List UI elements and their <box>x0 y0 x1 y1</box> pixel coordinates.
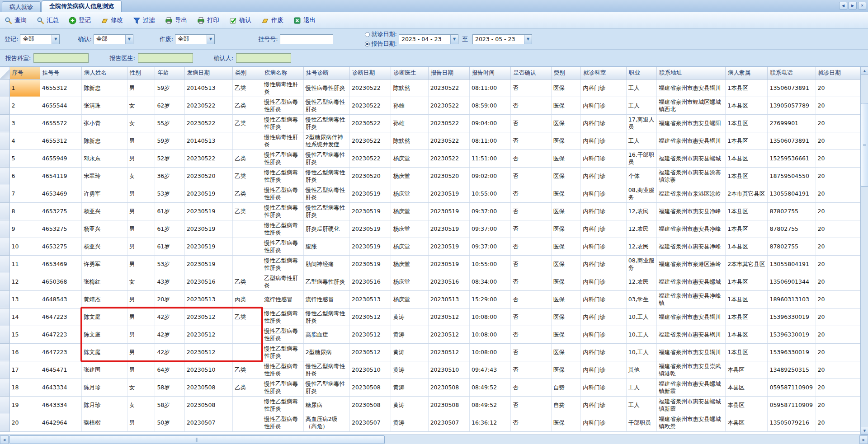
grid-cell[interactable]: 腹胀 <box>303 238 349 255</box>
grid-cell[interactable]: 18960313103 <box>768 290 816 308</box>
export-button[interactable]: 导出 <box>165 16 187 24</box>
grid-cell[interactable]: 8 <box>9 202 40 220</box>
grid-cell[interactable]: 干部职员 <box>626 414 656 431</box>
grid-cell[interactable] <box>232 255 262 273</box>
grid-cell[interactable]: 慢性乙型病毒性肝炎 <box>262 326 303 343</box>
grid-cell[interactable]: 否 <box>511 414 552 431</box>
grid-cell[interactable]: 4643334 <box>40 396 81 414</box>
grid-cell[interactable]: 13905057789 <box>768 97 816 114</box>
grid-cell[interactable]: 内科门诊 <box>581 238 627 255</box>
grid-cell[interactable]: 福建省泉州市惠安县辋川 <box>657 132 726 150</box>
grid-cell[interactable]: 20230522 <box>350 79 391 97</box>
grid-cell[interactable]: 福建省泉州市惠安县辋川 <box>657 326 726 343</box>
grid-cell[interactable]: 4647223 <box>40 326 81 343</box>
grid-cell[interactable]: 否 <box>511 379 552 396</box>
close-icon[interactable]: ✕ <box>858 2 866 9</box>
grid-cell[interactable]: 张建国 <box>82 361 127 379</box>
grid-cell[interactable]: 张小青 <box>82 114 127 132</box>
row-selector[interactable] <box>0 379 9 396</box>
grid-cell[interactable]: 医保 <box>551 414 580 431</box>
grid-cell[interactable]: 医保 <box>551 150 580 167</box>
grid-cell[interactable]: 20230513 <box>428 290 469 308</box>
grid-cell[interactable]: 16,干部职员 <box>626 150 656 167</box>
grid-cell[interactable]: 内科门诊 <box>581 308 627 326</box>
grid-cell[interactable]: 20230522 <box>428 132 469 150</box>
grid-cell[interactable]: 乙型病毒性肝炎 <box>262 273 303 290</box>
grid-cell[interactable]: 4654119 <box>40 167 81 185</box>
grid-cell[interactable]: 本县区 <box>726 361 768 379</box>
grid-cell[interactable]: 女 <box>127 396 155 414</box>
chevron-down-icon[interactable]: ▼ <box>125 35 133 44</box>
grid-cell[interactable]: 杨亚兴 <box>82 220 127 238</box>
grid-cell[interactable]: 4647223 <box>40 343 81 361</box>
grid-cell[interactable]: 慢性乙型病毒性肝炎 <box>303 97 349 114</box>
grid-cell[interactable]: 4 <box>9 132 40 150</box>
grid-cell[interactable]: 自费 <box>551 379 580 396</box>
grid-cell[interactable]: 医保 <box>551 290 580 308</box>
grid-cell[interactable]: 059587110909 <box>768 379 816 396</box>
confirm-button[interactable]: 确认 <box>229 16 251 24</box>
grid-cell[interactable]: 慢性乙型病毒性肝炎 <box>262 114 303 132</box>
print-button[interactable]: 打印 <box>197 16 219 24</box>
grid-cell[interactable]: 17 <box>9 361 40 379</box>
grid-cell[interactable]: 20230516 <box>350 273 391 290</box>
column-header[interactable]: 联系电话 <box>768 67 816 79</box>
grid-cell[interactable]: 乙类 <box>232 185 262 202</box>
grid-cell[interactable]: 杨亚兴 <box>82 202 127 220</box>
grid-cell[interactable]: 男 <box>127 255 155 273</box>
grid-cell[interactable]: 工人 <box>626 79 656 97</box>
grid-cell[interactable]: 09:47:43 <box>469 361 510 379</box>
grid-cell[interactable]: 否 <box>511 396 552 414</box>
grid-cell[interactable]: 4653275 <box>40 202 81 220</box>
grid-cell[interactable]: 4655572 <box>40 114 81 132</box>
grid-cell[interactable] <box>232 326 262 343</box>
grid-cell[interactable]: 20230516 <box>428 273 469 290</box>
grid-cell[interactable]: 陈新忠 <box>82 79 127 97</box>
scroll-up-icon[interactable]: ▲ <box>861 67 868 75</box>
grid-cell[interactable]: 4655312 <box>40 79 81 97</box>
grid-cell[interactable]: 20230522 <box>428 79 469 97</box>
row-selector[interactable] <box>0 220 9 238</box>
grid-cell[interactable]: 否 <box>511 167 552 185</box>
column-header[interactable]: 序号 <box>9 67 40 79</box>
grid-cell[interactable]: 杨庆堂 <box>391 273 428 290</box>
row-selector[interactable] <box>0 132 9 150</box>
grid-cell[interactable]: 孙雄 <box>391 97 428 114</box>
grid-cell[interactable]: 慢性乙型病毒性肝炎 <box>303 361 349 379</box>
exit-button[interactable]: 退出 <box>293 16 316 24</box>
grid-cell[interactable]: 53岁 <box>155 255 184 273</box>
grid-cell[interactable]: 慢性乙型病毒性肝炎 <box>303 114 349 132</box>
grid-cell[interactable]: 20230522 <box>350 150 391 167</box>
radio-icon[interactable] <box>365 42 370 47</box>
column-header[interactable]: 是否确认 <box>511 67 552 79</box>
grid-cell[interactable] <box>232 396 262 414</box>
filter-button[interactable]: 过滤 <box>133 16 155 24</box>
grid-cell[interactable]: 男 <box>127 290 155 308</box>
grid-cell[interactable]: 10:08:00 <box>469 326 510 343</box>
grid-cell[interactable]: 08:11:00 <box>469 79 510 97</box>
grid-cell[interactable]: 福建省泉州市惠安县净峰 <box>657 202 726 220</box>
grid-cell[interactable]: 黄涛 <box>391 414 428 431</box>
grid-cell[interactable]: 20230512 <box>184 308 232 326</box>
grid-cell[interactable]: 福建省泉州市惠安县螺城 <box>657 273 726 290</box>
grid-cell[interactable]: 肝炎后肝硬化 <box>303 220 349 238</box>
row-selector[interactable] <box>0 79 9 97</box>
grid-cell[interactable]: 杨庆堂 <box>391 290 428 308</box>
grid-cell[interactable]: 男 <box>127 150 155 167</box>
grid-cell[interactable]: 本县区 <box>726 414 768 431</box>
row-selector[interactable] <box>0 343 9 361</box>
grid-cell[interactable]: 1本县区 <box>726 202 768 220</box>
grid-cell[interactable]: 内科门诊 <box>581 379 627 396</box>
grid-cell[interactable]: 52岁 <box>155 150 184 167</box>
grid-cell[interactable]: 58岁 <box>155 396 184 414</box>
column-header[interactable]: 发病日期 <box>184 67 232 79</box>
grid-cell[interactable]: 慢性乙型病毒性肝炎 <box>262 97 303 114</box>
grid-cell[interactable]: 13505079216 <box>768 414 816 431</box>
reg-no-input[interactable] <box>280 34 333 44</box>
grid-cell[interactable]: 黄涛 <box>391 343 428 361</box>
grid-cell[interactable]: 20230519 <box>184 185 232 202</box>
grid-cell[interactable]: 慢性乙型病毒性肝炎 <box>262 308 303 326</box>
grid-cell[interactable]: 16:36:12 <box>469 414 510 431</box>
grid-cell[interactable]: 50岁 <box>155 414 184 431</box>
chevron-down-icon[interactable]: ▼ <box>207 35 214 44</box>
